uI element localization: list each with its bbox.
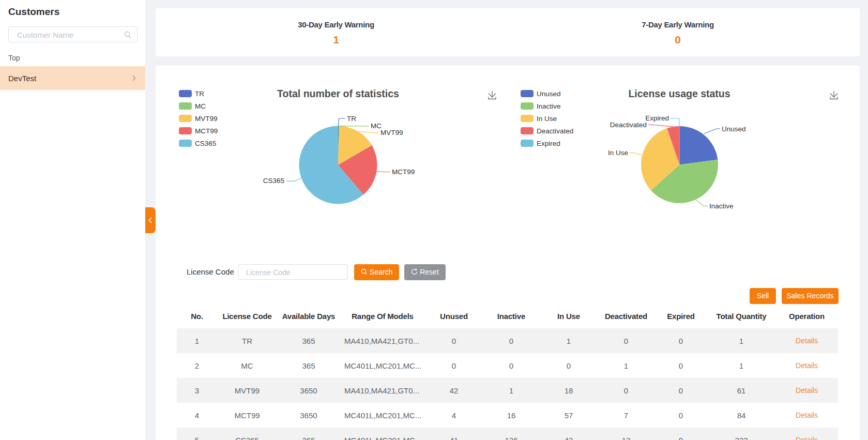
svg-text:Unused: Unused — [537, 90, 561, 98]
svg-text:Unused: Unused — [722, 125, 746, 133]
svg-text:Total number of statistics: Total number of statistics — [277, 88, 399, 99]
svg-text:MCT99: MCT99 — [195, 127, 218, 135]
svg-text:CS365: CS365 — [263, 177, 284, 185]
svg-text:Expired: Expired — [537, 140, 560, 147]
svg-text:In Use: In Use — [537, 115, 557, 123]
svg-text:Expired: Expired — [645, 114, 669, 122]
svg-text:TR: TR — [195, 90, 204, 98]
svg-text:Inactive: Inactive — [709, 202, 734, 210]
svg-text:Deactivated: Deactivated — [537, 127, 573, 135]
svg-text:In Use: In Use — [608, 149, 628, 157]
svg-text:MVT99: MVT99 — [195, 115, 218, 123]
svg-text:License usage status: License usage status — [628, 88, 730, 99]
svg-text:CS365: CS365 — [195, 140, 216, 147]
svg-text:Inactive: Inactive — [537, 102, 561, 110]
svg-text:MC: MC — [195, 102, 206, 110]
svg-text:MVT99: MVT99 — [380, 129, 403, 136]
svg-text:Deactivated: Deactivated — [610, 121, 647, 129]
svg-text:MCT99: MCT99 — [392, 168, 415, 176]
svg-text:TR: TR — [347, 115, 356, 123]
